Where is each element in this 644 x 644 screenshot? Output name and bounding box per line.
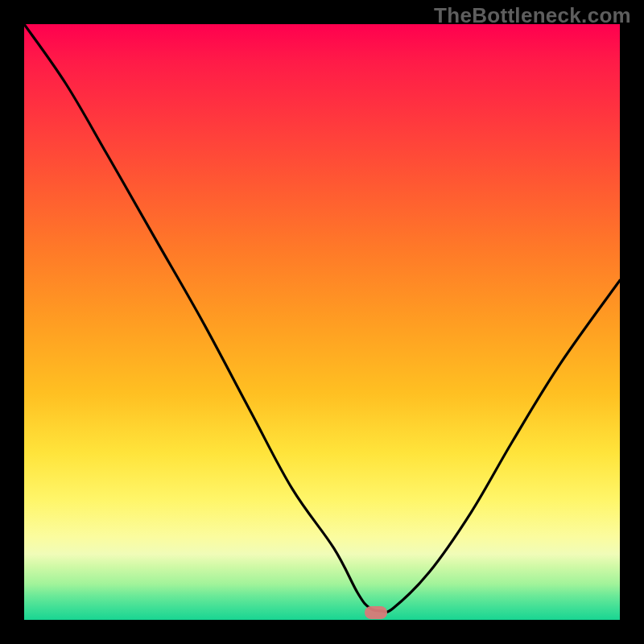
bottleneck-curve (24, 24, 620, 620)
curve-path (24, 24, 620, 612)
chart-frame: TheBottleneck.com (0, 0, 644, 644)
watermark-text: TheBottleneck.com (434, 3, 631, 28)
optimal-marker (365, 606, 387, 619)
plot-area (24, 24, 620, 620)
